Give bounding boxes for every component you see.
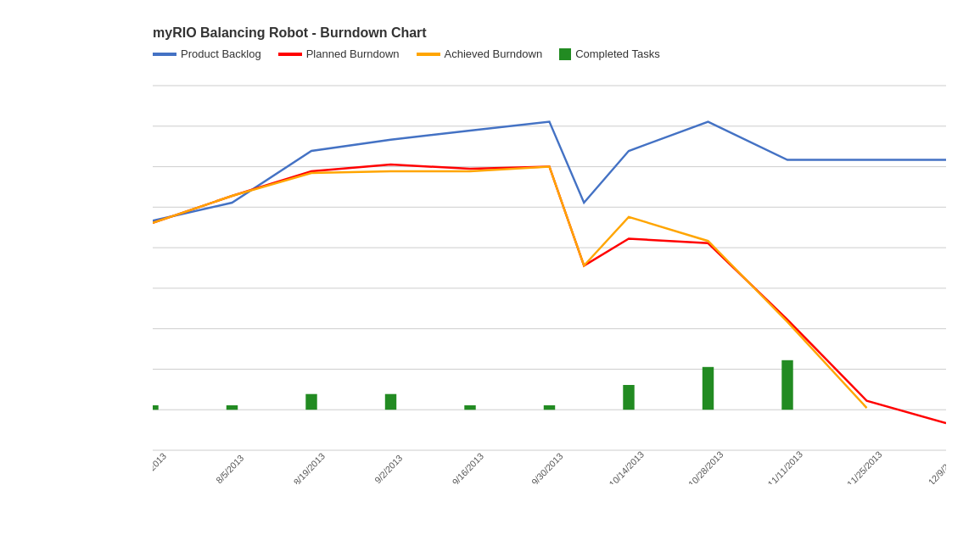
legend-item-product-backlog: Product Backlog <box>153 47 261 60</box>
bar-completed-0 <box>153 405 159 410</box>
line-product-backlog <box>153 122 946 221</box>
x-label-7: 10/28/2013 <box>686 449 725 484</box>
bar-completed-1 <box>227 405 238 410</box>
line-planned-burndown <box>153 164 946 423</box>
x-label-3: 9/2/2013 <box>372 453 404 484</box>
line-achieved-burndown <box>153 167 867 409</box>
legend-color-completed-tasks <box>559 48 571 60</box>
legend-color-planned-burndown <box>278 53 302 56</box>
x-label-8: 11/11/2013 <box>765 449 804 484</box>
legend-label-product-backlog: Product Backlog <box>181 47 261 60</box>
x-label-0: 7/22/2013 <box>153 450 168 484</box>
x-label-5: 9/30/2013 <box>529 450 564 484</box>
legend-color-product-backlog <box>153 53 176 56</box>
bar-completed-4 <box>464 405 475 410</box>
chart-area: 720 630 540 450 360 270 180 90 0 <box>153 69 946 484</box>
legend-label-planned-burndown: Planned Burndown <box>306 47 400 60</box>
bar-completed-6 <box>623 385 634 410</box>
legend-label-achieved-burndown: Achieved Burndown <box>445 47 543 60</box>
legend-item-completed-tasks: Completed Tasks <box>559 47 659 60</box>
bar-completed-3 <box>385 394 396 410</box>
chart-container: myRIO Balancing Robot - Burndown Chart P… <box>0 0 980 552</box>
bar-completed-7 <box>703 367 714 410</box>
legend-item-planned-burndown: Planned Burndown <box>278 47 400 60</box>
chart-title: myRIO Balancing Robot - Burndown Chart <box>153 25 963 41</box>
main-chart-svg: 720 630 540 450 360 270 180 90 0 <box>153 69 946 484</box>
bar-completed-8 <box>781 360 792 410</box>
x-label-1: 8/5/2013 <box>214 453 245 484</box>
x-label-2: 8/19/2013 <box>291 450 326 484</box>
legend-color-achieved-burndown <box>417 53 440 56</box>
x-label-10: 12/9/2013 <box>926 450 946 484</box>
legend-item-achieved-burndown: Achieved Burndown <box>417 47 543 60</box>
chart-legend: Product Backlog Planned Burndown Achieve… <box>153 47 963 60</box>
x-label-9: 11/25/2013 <box>845 449 884 484</box>
bar-completed-2 <box>305 394 316 410</box>
x-label-6: 10/14/2013 <box>607 449 646 484</box>
bar-completed-5 <box>544 405 555 410</box>
legend-label-completed-tasks: Completed Tasks <box>575 47 659 60</box>
x-label-4: 9/16/2013 <box>450 450 484 484</box>
